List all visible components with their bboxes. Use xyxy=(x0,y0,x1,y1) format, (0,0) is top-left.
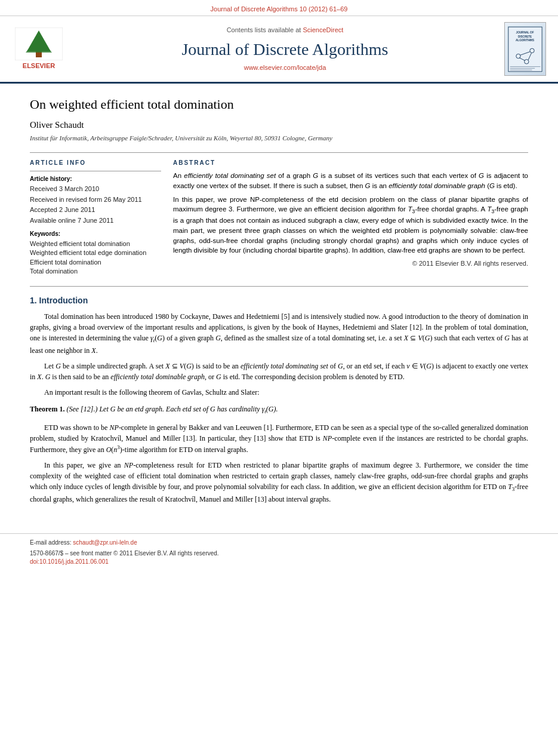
section-divider xyxy=(30,286,528,287)
journal-title-area: Contents lists available at ScienceDirec… xyxy=(78,26,492,72)
accepted-date: Accepted 2 June 2011 xyxy=(30,205,161,214)
article-info-heading: ARTICLE INFO xyxy=(30,159,161,167)
footer-issn: 1570-8667/$ – see front matter © 2011 El… xyxy=(30,549,528,558)
intro-para-3: An important result is the following the… xyxy=(30,387,528,398)
intro-body: Total domination has been introduced 198… xyxy=(30,311,528,398)
abstract-heading: ABSTRACT xyxy=(173,159,528,167)
available-online-date: Available online 7 June 2011 xyxy=(30,216,161,225)
article-info-abstract: ARTICLE INFO Article history: Received 3… xyxy=(30,152,528,276)
keywords-label: Keywords: xyxy=(30,230,161,238)
intro-para-2: Let G be a simple undirected graph. A se… xyxy=(30,361,528,382)
journal-reference: Journal of Discrete Algorithms 10 (2012)… xyxy=(211,5,348,13)
info-divider xyxy=(30,171,161,171)
footnote: E-mail address: schaudt@zpr.uni-leln.de xyxy=(30,539,528,547)
post-theorem-body: ETD was shown to be NP-complete in gener… xyxy=(30,422,528,505)
abstract-column: ABSTRACT An efficiently total dominating… xyxy=(173,159,528,276)
affiliation: Institut für Informatik, Arbeitsgruppe F… xyxy=(30,134,528,143)
svg-text:ALGORITHMS: ALGORITHMS xyxy=(516,39,534,42)
history-label: Article history: xyxy=(30,175,161,183)
footer-doi: doi:10.1016/j.jda.2011.06.001 xyxy=(30,558,528,566)
theorem-1: Theorem 1. (See [12].) Let G be an etd g… xyxy=(30,404,528,416)
journal-cover-image: JOURNAL OF DISCRETE ALGORITHMS xyxy=(507,24,543,75)
intro-heading: 1. Introduction xyxy=(30,295,528,307)
received-revised-date: Received in revised form 26 May 2011 xyxy=(30,195,161,204)
elsevier-text: ELSEVIER xyxy=(23,62,55,70)
received-date: Received 3 March 2010 xyxy=(30,185,161,193)
journal-header: ELSEVIER Contents lists available at Sci… xyxy=(0,16,558,84)
post-theorem-para-1: ETD was shown to be NP-complete in gener… xyxy=(30,422,528,455)
main-content: On weighted efficient total domination O… xyxy=(0,84,558,521)
keyword-2: Weighted efficient total edge domination xyxy=(30,248,161,257)
abstract-paragraph-2: In this paper, we prove NP-completeness … xyxy=(173,195,528,256)
keyword-3: Efficient total domination xyxy=(30,258,161,267)
intro-para-1: Total domination has been introduced 198… xyxy=(30,311,528,356)
theorem-label: Theorem 1. xyxy=(30,405,66,413)
elsevier-logo-icon xyxy=(15,27,63,60)
keyword-4: Total domination xyxy=(30,267,161,276)
article-title: On weighted efficient total domination xyxy=(30,96,528,114)
author-name: Oliver Schaudt xyxy=(30,119,528,131)
article-info-column: ARTICLE INFO Article history: Received 3… xyxy=(30,159,161,276)
abstract-text: An efficiently total dominating set of a… xyxy=(173,171,528,268)
sciencedirect-label: ScienceDirect xyxy=(303,26,343,33)
footer-area: E-mail address: schaudt@zpr.uni-leln.de … xyxy=(0,533,558,571)
sciencedirect-link: Contents lists available at ScienceDirec… xyxy=(78,26,492,35)
copyright: © 2011 Elsevier B.V. All rights reserved… xyxy=(173,259,528,269)
post-theorem-para-2: In this paper, we give an NP-completenes… xyxy=(30,460,528,505)
top-bar: Journal of Discrete Algorithms 10 (2012)… xyxy=(0,0,558,16)
svg-text:DISCRETE: DISCRETE xyxy=(518,35,532,38)
journal-cover: JOURNAL OF DISCRETE ALGORITHMS xyxy=(504,22,546,76)
abstract-paragraph-1: An efficiently total dominating set of a… xyxy=(173,171,528,190)
svg-text:JOURNAL OF: JOURNAL OF xyxy=(516,31,534,34)
journal-url: www.elsevier.com/locate/jda xyxy=(78,63,492,72)
and-text: and xyxy=(292,312,302,321)
email-label: E-mail address: xyxy=(30,539,71,546)
theorem-ref: (See [12].) Let G be an etd graph. Each … xyxy=(66,405,278,413)
email-value: schaudt@zpr.uni-leln.de xyxy=(73,539,137,546)
keyword-1: Weighted efficient total domination xyxy=(30,239,161,248)
journal-name: Journal of Discrete Algorithms xyxy=(78,38,492,61)
elsevier-logo: ELSEVIER xyxy=(12,27,66,70)
